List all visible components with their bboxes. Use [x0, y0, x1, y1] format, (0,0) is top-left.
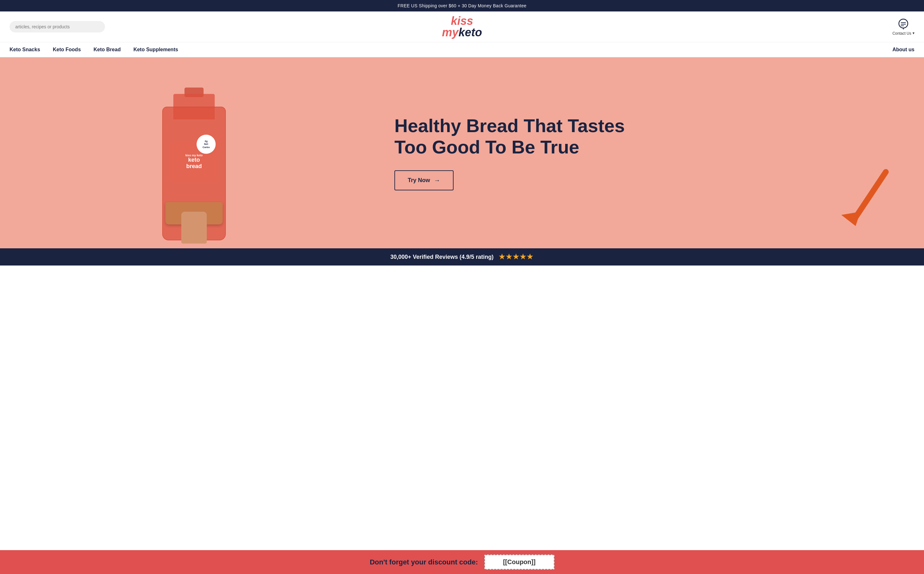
search-input[interactable]	[9, 21, 105, 33]
logo-my: my	[442, 26, 458, 39]
navigation: Keto Snacks Keto Foods Keto Bread Keto S…	[0, 43, 924, 57]
logo-keto: keto	[458, 26, 482, 39]
bag-brand-main: ketobread	[186, 157, 202, 170]
logo[interactable]: kiss myketo	[311, 15, 613, 38]
hero-image: kiss my keto ketobread 2g Net Carbs	[0, 68, 388, 237]
nav-left: Keto Snacks Keto Foods Keto Bread Keto S…	[9, 47, 178, 52]
nav-keto-snacks[interactable]: Keto Snacks	[9, 47, 40, 52]
try-now-label: Try Now	[408, 177, 430, 184]
bread-bag: kiss my keto ketobread 2g Net Carbs	[153, 75, 236, 240]
hand	[181, 212, 207, 244]
top-banner: FREE US Shipping over $60 + 30 Day Money…	[0, 0, 924, 11]
net-carbs-badge: 2g Net Carbs	[196, 135, 216, 154]
svg-marker-6	[841, 212, 860, 226]
badge-line2: Net	[204, 143, 208, 146]
chevron-down-icon: ▾	[913, 31, 915, 35]
hero-title-line1: Healthy Bread That Tastes	[394, 115, 625, 136]
header: kiss myketo Contact Us ▾	[0, 11, 924, 43]
stars: ★★★★★	[499, 253, 534, 261]
svg-point-0	[899, 19, 908, 28]
orange-arrow	[835, 166, 899, 229]
nav-keto-bread[interactable]: Keto Bread	[94, 47, 121, 52]
hero-title: Healthy Bread That Tastes Too Good To Be…	[394, 115, 905, 158]
badge-line3: Carbs	[203, 146, 210, 149]
stats-bar: 30,000+ Verified Reviews (4.9/5 rating) …	[0, 248, 924, 265]
header-right: Contact Us ▾	[613, 18, 915, 36]
contact-us-button[interactable]: Contact Us ▾	[893, 18, 915, 36]
chat-icon	[897, 18, 910, 31]
svg-marker-4	[903, 28, 904, 30]
badge-line1: 2g	[204, 140, 207, 143]
logo-kiss: kiss	[451, 14, 473, 27]
logo-text: kiss myketo	[442, 15, 482, 38]
nav-keto-supplements[interactable]: Keto Supplements	[133, 47, 178, 52]
header-left	[9, 21, 311, 33]
stats-text: 30,000+ Verified Reviews (4.9/5 rating)	[390, 254, 493, 260]
try-now-button[interactable]: Try Now →	[394, 170, 454, 190]
hero-title-line2: Too Good To Be True	[394, 137, 579, 157]
nav-about-us[interactable]: About us	[893, 47, 915, 52]
nav-keto-foods[interactable]: Keto Foods	[53, 47, 81, 52]
arrow-right-icon: →	[434, 177, 440, 184]
hero-section: kiss my keto ketobread 2g Net Carbs Heal…	[0, 57, 924, 248]
contact-us-label: Contact Us	[893, 31, 911, 36]
banner-text: FREE US Shipping over $60 + 30 Day Money…	[398, 3, 526, 8]
